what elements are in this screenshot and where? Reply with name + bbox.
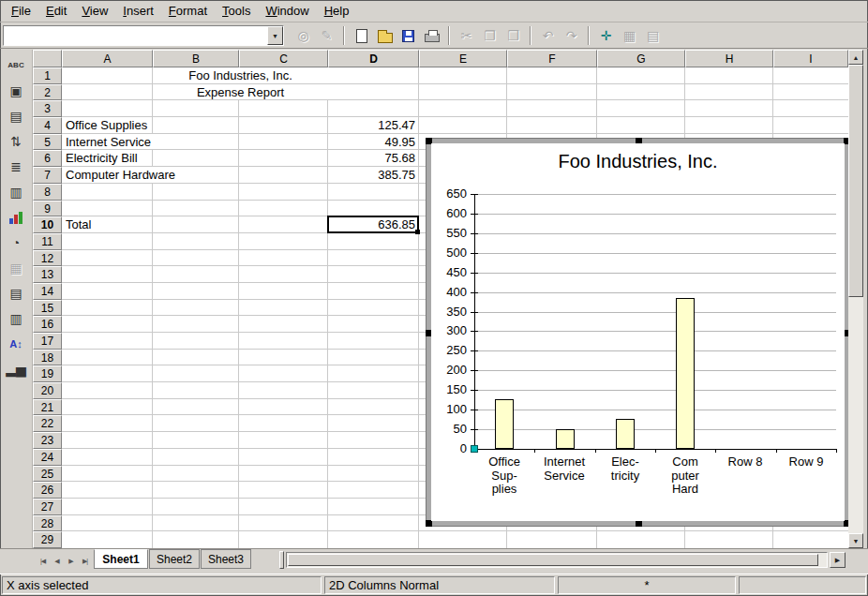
data-in-rows-icon[interactable]: ▤ [3, 281, 29, 305]
row-header-6[interactable]: 6 [33, 150, 62, 167]
row-header-23[interactable]: 23 [33, 432, 62, 449]
cell-A4[interactable]: Office Supplies [63, 117, 150, 133]
x-axis-label[interactable]: Elec- tricity [593, 455, 657, 483]
column-header-G[interactable]: G [597, 50, 685, 67]
sheet-tab-sheet3[interactable]: Sheet3 [201, 549, 251, 569]
menu-help[interactable]: Help [317, 1, 357, 21]
scroll-right-icon[interactable]: ▶ [830, 552, 846, 568]
horizontal-gridlines-icon[interactable]: ≣ [3, 155, 29, 178]
print-icon[interactable] [420, 24, 443, 47]
chart-title[interactable]: Foo Industries, Inc. [431, 151, 845, 172]
chart-object[interactable]: Foo Industries, Inc. 0501001502002503003… [427, 139, 849, 526]
row-header-21[interactable]: 21 [33, 399, 62, 415]
x-axis-label[interactable]: Internet Service [532, 455, 596, 483]
last-sheet-icon[interactable]: ▶| [78, 553, 92, 570]
horizontal-scroll-thumb[interactable] [288, 554, 818, 566]
row-header-18[interactable]: 18 [33, 350, 62, 365]
scroll-down-icon[interactable]: ▼ [848, 533, 863, 548]
x-axis-label[interactable]: Row 9 [774, 455, 838, 469]
next-sheet-icon[interactable]: ▶ [64, 553, 78, 570]
legend-onoff-icon[interactable]: ▣ [3, 79, 29, 102]
row-header-3[interactable]: 3 [33, 100, 62, 117]
row-header-10[interactable]: 10 [33, 216, 62, 233]
row-header-17[interactable]: 17 [33, 333, 62, 350]
row-header-13[interactable]: 13 [33, 266, 62, 283]
x-axis-selection-handle[interactable] [471, 445, 478, 453]
axes-titles-icon[interactable]: ▤ [3, 104, 29, 127]
data-in-columns-icon[interactable]: ▥ [3, 306, 29, 330]
column-header-B[interactable]: B [153, 50, 239, 67]
row-header-24[interactable]: 24 [33, 449, 62, 466]
cell-A5[interactable]: Internet Service [63, 134, 154, 149]
cell-A7[interactable]: Computer Hardware [63, 167, 178, 183]
axes-onoff-icon[interactable]: ⇅ [3, 129, 29, 153]
row-header-4[interactable]: 4 [33, 117, 62, 134]
row-header-22[interactable]: 22 [33, 415, 62, 432]
chart-titles-icon[interactable]: ABC [3, 53, 29, 77]
cell-B1[interactable]: Foo Industries, Inc. [153, 67, 328, 83]
cell-D5[interactable]: 49.95 [328, 134, 418, 149]
horizontal-scrollbar[interactable] [286, 552, 828, 568]
row-header-27[interactable]: 27 [33, 499, 62, 515]
row-header-9[interactable]: 9 [33, 201, 62, 216]
sheet-tab-sheet1[interactable]: Sheet1 [94, 549, 148, 569]
reorganize-chart-icon[interactable]: ▂▅ [3, 357, 29, 380]
row-header-11[interactable]: 11 [33, 233, 62, 250]
menu-insert[interactable]: Insert [115, 1, 161, 21]
column-header-A[interactable]: A [62, 50, 153, 67]
fill-handle[interactable] [415, 230, 420, 234]
row-header-5[interactable]: 5 [33, 134, 62, 150]
row-header-16[interactable]: 16 [33, 316, 62, 333]
column-header-F[interactable]: F [507, 50, 597, 67]
prev-sheet-icon[interactable]: ◀ [50, 553, 64, 570]
menu-edit[interactable]: Edit [38, 1, 74, 21]
chart-bar[interactable] [616, 419, 635, 449]
column-header-I[interactable]: I [773, 50, 848, 67]
tab-splitter[interactable] [279, 551, 284, 569]
open-document-icon[interactable] [373, 24, 397, 47]
column-header-C[interactable]: C [239, 50, 328, 67]
column-header-E[interactable]: E [419, 50, 507, 67]
cell-D10[interactable]: 636.85 [328, 216, 418, 232]
chart-bar[interactable] [676, 298, 695, 449]
row-header-1[interactable]: 1 [33, 67, 62, 84]
row-header-12[interactable]: 12 [33, 250, 62, 266]
insert-object-icon[interactable]: ✛ [594, 24, 618, 47]
cell-A6[interactable]: Electricity Bill [63, 150, 141, 166]
row-header-8[interactable]: 8 [33, 184, 62, 201]
row-header-25[interactable]: 25 [33, 466, 62, 482]
chart-type-icon[interactable] [3, 205, 29, 229]
scale-text-icon[interactable]: A↕ [3, 332, 29, 355]
scroll-up-icon[interactable]: ▲ [848, 50, 863, 65]
menu-view[interactable]: View [74, 1, 115, 21]
chart-bar[interactable] [556, 429, 575, 449]
input-line-combo[interactable]: ▼ [3, 25, 284, 46]
chart-handle-bottom-mid[interactable] [636, 520, 642, 527]
menu-format[interactable]: Format [161, 1, 215, 21]
row-header-14[interactable]: 14 [33, 283, 62, 300]
chart-bar[interactable] [495, 399, 514, 449]
x-axis-label[interactable]: Row 8 [713, 455, 777, 469]
cell-A10[interactable]: Total [63, 216, 94, 232]
row-header-15[interactable]: 15 [33, 300, 62, 316]
vertical-scrollbar[interactable]: ▲ ▼ [848, 50, 863, 548]
cell-D7[interactable]: 385.75 [328, 167, 418, 183]
sheet-tab-sheet2[interactable]: Sheet2 [149, 549, 200, 569]
cell-B2[interactable]: Expense Report [153, 84, 328, 99]
row-header-29[interactable]: 29 [33, 531, 62, 548]
cell-D4[interactable]: 125.47 [328, 117, 418, 133]
save-document-icon[interactable] [397, 24, 420, 47]
vertical-scroll-thumb[interactable] [848, 65, 863, 297]
input-line[interactable] [4, 26, 267, 45]
row-header-2[interactable]: 2 [33, 84, 62, 100]
chart-handle-bottom-left[interactable] [426, 520, 432, 527]
x-axis-label[interactable]: Office Sup- plies [472, 455, 536, 497]
row-header-28[interactable]: 28 [33, 515, 62, 531]
select-all-corner[interactable] [33, 50, 62, 67]
cell-D6[interactable]: 75.68 [328, 150, 418, 166]
row-header-26[interactable]: 26 [33, 482, 62, 499]
menu-file[interactable]: File [4, 1, 38, 21]
autoformat-chart-icon[interactable]: ◔ [3, 231, 29, 254]
x-axis-label[interactable]: Com puter Hard [653, 455, 717, 497]
new-document-icon[interactable] [350, 24, 373, 47]
